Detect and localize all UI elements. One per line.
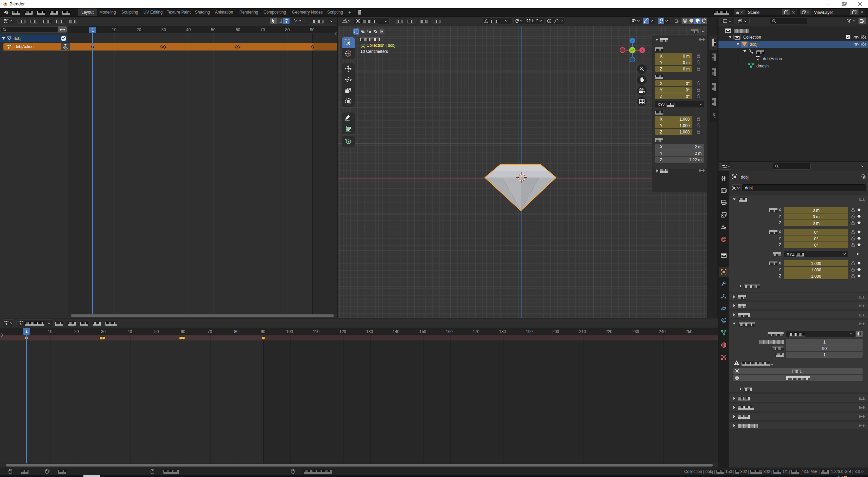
svg-text:X: X (641, 48, 644, 52)
svg-text:-Y: -Y (631, 49, 634, 52)
svg-text:Z: Z (631, 39, 633, 43)
